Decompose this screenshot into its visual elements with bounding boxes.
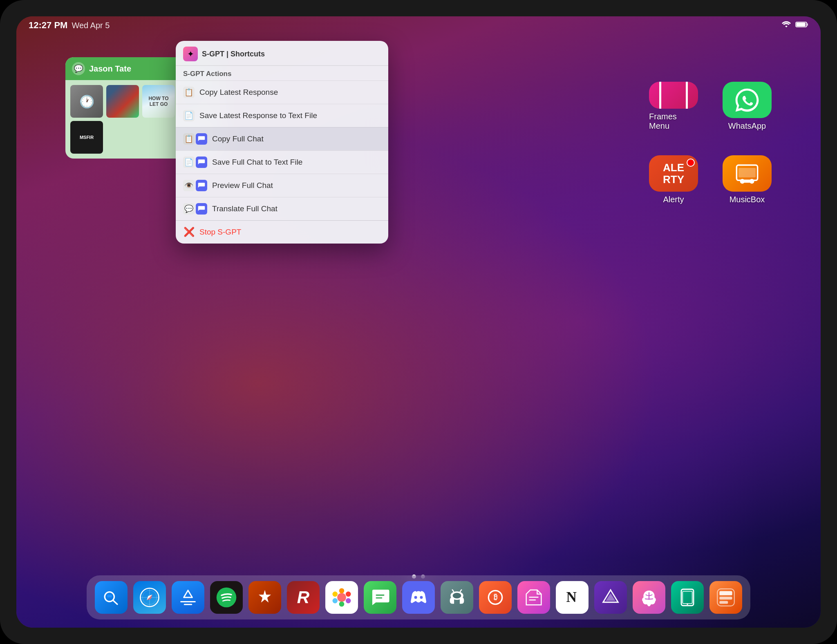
svg-rect-46 (719, 591, 732, 595)
stop-icons: ❌ (183, 226, 195, 238)
dock-reeder[interactable]: R (287, 581, 320, 614)
preview-icon: 👁️ (183, 180, 195, 191)
wifi-icon (781, 21, 791, 30)
shortcuts-popup: ✦ S-GPT | Shortcuts S-GPT Actions 📋 Copy… (176, 41, 388, 244)
alerty-label: Alerty (663, 195, 684, 204)
svg-rect-38 (529, 599, 536, 601)
alerty-icon: ALE RTY (649, 155, 698, 192)
translate-icon: 💬 (183, 203, 195, 215)
copy-full-chat-label: Copy Full Chat (212, 134, 264, 143)
app-alerty[interactable]: ALE RTY Alerty (649, 155, 698, 204)
dock-safari[interactable] (133, 581, 166, 614)
dock-messages[interactable] (364, 581, 396, 614)
svg-point-44 (687, 604, 688, 605)
screen: 12:27 PM Wed Apr 5 (16, 16, 821, 628)
svg-rect-43 (683, 591, 692, 604)
svg-rect-7 (744, 180, 750, 183)
svg-rect-2 (797, 22, 806, 26)
svg-rect-1 (807, 23, 808, 26)
svg-rect-37 (529, 597, 538, 598)
chat-thumb-3: HOW TO LET GO (142, 85, 175, 118)
menu-item-copy-latest[interactable]: 📋 Copy Latest Response (176, 80, 388, 104)
dock: R (87, 575, 750, 619)
frames-inner-icon (659, 82, 688, 109)
dock-spotify[interactable] (210, 581, 243, 614)
svg-line-9 (113, 600, 117, 604)
app-whatsapp[interactable]: WhatsApp (723, 82, 772, 131)
dock-pockity[interactable]: ₿ (479, 581, 512, 614)
preview-full-chat-icons: 👁️ (183, 180, 207, 191)
dock-photos[interactable] (325, 581, 358, 614)
menu-item-preview-full-chat[interactable]: 👁️ Preview Full Chat (176, 174, 388, 197)
battery-icon (795, 21, 808, 30)
svg-point-28 (346, 598, 351, 604)
menu-item-save-full-chat[interactable]: 📄 Save Full Chat to Text File (176, 150, 388, 174)
chat-icon-1 (196, 133, 207, 145)
svg-text:₿: ₿ (494, 593, 497, 601)
svg-point-6 (750, 179, 754, 183)
dock-mybrain[interactable] (633, 581, 665, 614)
svg-point-32 (420, 596, 423, 599)
copy-full-chat-icons: 📋 (183, 133, 207, 145)
chat-header-name: Jason Tate (89, 64, 131, 74)
status-date: Wed Apr 5 (72, 21, 110, 30)
dock-discord[interactable] (402, 581, 435, 614)
chat-thumb-2 (106, 85, 139, 118)
alerty-text-bottom: RTY (663, 174, 684, 186)
chat-icon-3 (196, 180, 207, 191)
svg-point-27 (333, 598, 338, 604)
menu-item-save-latest[interactable]: 📄 Save Latest Response to Text File (176, 104, 388, 127)
save-icon: 📄 (183, 157, 195, 168)
copy-icon: 📋 (183, 133, 195, 145)
svg-point-31 (414, 596, 417, 599)
svg-point-34 (453, 593, 461, 599)
popup-header: ✦ S-GPT | Shortcuts (176, 41, 388, 66)
copy-latest-icon: 📋 (183, 87, 195, 98)
dock-darkroom[interactable] (594, 581, 627, 614)
menu-item-translate-full-chat[interactable]: 💬 Translate Full Chat (176, 197, 388, 220)
dock-notion[interactable]: N (556, 581, 589, 614)
svg-point-23 (339, 588, 345, 594)
chat-icon-4 (196, 203, 207, 215)
save-full-chat-label: Save Full Chat to Text File (212, 158, 302, 167)
status-right-icons (781, 21, 808, 30)
copy-latest-label: Copy Latest Response (199, 88, 278, 97)
save-latest-label: Save Latest Response to Text File (199, 111, 317, 120)
dock-reeder5[interactable] (248, 581, 281, 614)
chat-icon-2 (196, 157, 207, 168)
stop-sgpt-label: Stop S-GPT (199, 228, 241, 237)
menu-item-copy-full-chat[interactable]: 📋 Copy Full Chat (176, 127, 388, 150)
whatsapp-label: WhatsApp (728, 121, 766, 131)
dock-finder[interactable] (95, 581, 128, 614)
dock-mango5[interactable] (709, 581, 742, 614)
ipad-bezel: 12:27 PM Wed Apr 5 (0, 0, 837, 644)
dock-tableplus[interactable] (441, 581, 473, 614)
chat-thumb-5: MSFIR (70, 121, 103, 154)
stop-icon: ❌ (183, 226, 195, 238)
dock-appstore[interactable] (172, 581, 204, 614)
status-bar: 12:27 PM Wed Apr 5 (16, 16, 821, 34)
popup-section-title: S-GPT Actions (176, 66, 388, 80)
preview-full-chat-label: Preview Full Chat (212, 181, 273, 190)
chat-header-icon: 💬 (72, 62, 85, 75)
musicbox-label: MusicBox (730, 195, 765, 204)
svg-rect-48 (719, 601, 728, 604)
app-frames-menu[interactable]: Frames Menu (649, 82, 698, 131)
popup-app-icon: ✦ (183, 47, 198, 61)
svg-point-11 (109, 595, 112, 597)
save-latest-icons: 📄 (183, 110, 195, 121)
dock-ipadonly[interactable] (671, 581, 704, 614)
svg-rect-30 (376, 597, 383, 599)
alerty-badge (687, 159, 695, 167)
svg-rect-47 (719, 597, 732, 599)
svg-text:N: N (566, 589, 577, 605)
copy-latest-icons: 📋 (183, 87, 195, 98)
whatsapp-icon (723, 82, 772, 118)
app-grid: Frames Menu WhatsApp ALE RTY (649, 82, 772, 204)
menu-item-stop-sgpt[interactable]: ❌ Stop S-GPT (176, 220, 388, 244)
svg-point-25 (333, 592, 338, 597)
translate-full-chat-label: Translate Full Chat (212, 204, 278, 213)
app-musicbox[interactable]: MusicBox (723, 155, 772, 204)
dock-shortcuts[interactable] (517, 581, 550, 614)
translate-full-chat-icons: 💬 (183, 203, 207, 215)
